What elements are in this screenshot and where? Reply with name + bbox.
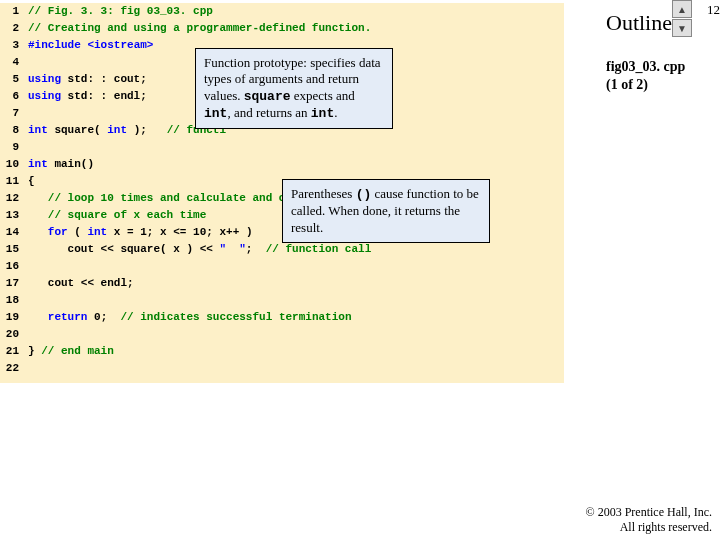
callout-text: int [204,106,227,121]
page-number: 12 [707,2,720,18]
line-number: 20 [0,326,22,343]
line-number: 18 [0,292,22,309]
code-text: return [28,311,87,323]
figure-title: fig03_03. cpp (1 of 2) [606,58,685,94]
line-number: 8 [0,122,22,139]
code-text: #include [28,39,87,51]
code-text: 0 [94,311,101,323]
callout-text: Parentheses [291,186,356,201]
code-text: int [107,124,127,136]
code-text: cout << square( x ) << [28,243,219,255]
line-number: 12 [0,190,22,207]
nav-buttons: ▲ ▼ [672,0,692,38]
code-text: using [28,90,68,102]
code-text: std: : cout; [68,73,147,85]
code-text: <iostream> [87,39,153,51]
line-number: 15 [0,241,22,258]
nav-down-button[interactable]: ▼ [672,19,692,37]
slide: 1 2 3 4 5 6 7 8 9 10 11 12 13 14 15 16 1… [0,0,720,540]
code-text: // end main [41,345,114,357]
line-number: 10 [0,156,22,173]
nav-up-button[interactable]: ▲ [672,0,692,18]
code-text: } [28,345,41,357]
code-text: 1 [140,226,147,238]
callout-text: . [334,105,337,120]
code-text: ( [68,226,88,238]
line-number: 16 [0,258,22,275]
callout-text: , and returns an [227,105,310,120]
code-text: 10 [193,226,206,238]
line-number: 2 [0,20,22,37]
line-number: 9 [0,139,22,156]
line-number: 4 [0,54,22,71]
triangle-up-icon: ▲ [677,4,687,15]
code-text: // square of x each time [28,209,206,221]
line-number: 7 [0,105,22,122]
code-text: ; x++ ) [206,226,252,238]
code-text: square( [48,124,107,136]
line-number: 1 [0,3,22,20]
code-text: main() [48,158,94,170]
line-number-gutter: 1 2 3 4 5 6 7 8 9 10 11 12 13 14 15 16 1… [0,3,22,377]
callout-text: expects and [291,88,355,103]
line-number: 14 [0,224,22,241]
code-text: using [28,73,68,85]
code-text: // Creating and using a programmer-defin… [28,22,371,34]
triangle-down-icon: ▼ [677,23,687,34]
code-text: int [28,124,48,136]
copyright-text: © 2003 Prentice Hall, Inc. All rights re… [586,505,712,534]
code-text: // Fig. 3. 3: fig 03_03. cpp [28,5,213,17]
outline-title: Outline [606,10,672,36]
code-text: " " [219,243,245,255]
callout-text: int [311,106,334,121]
code-text: { [28,175,35,187]
code-text: // indicates successful termination [120,311,351,323]
line-number: 3 [0,37,22,54]
code-text: ; [246,243,266,255]
code-block: 1 2 3 4 5 6 7 8 9 10 11 12 13 14 15 16 1… [0,3,564,383]
code-text: cout << endl; [28,277,134,289]
code-text: ; x <= [147,226,193,238]
code-text: int [87,226,107,238]
code-text: // loop 10 times and calculate and ou [28,192,292,204]
code-text: ); [127,124,167,136]
line-number: 21 [0,343,22,360]
line-number: 22 [0,360,22,377]
code-text: ; [101,311,121,323]
code-text: x = [107,226,140,238]
line-number: 5 [0,71,22,88]
code-text: int [28,158,48,170]
line-number: 6 [0,88,22,105]
callout-parentheses: Parentheses () cause function to be call… [282,179,490,243]
line-number: 19 [0,309,22,326]
code-text: // function call [266,243,372,255]
code-text: for [28,226,68,238]
callout-prototype: Function prototype: specifies data types… [195,48,393,129]
line-number: 11 [0,173,22,190]
code-text: std: : endl; [68,90,147,102]
line-number: 13 [0,207,22,224]
callout-text: square [244,89,291,104]
callout-text: () [356,187,372,202]
line-number: 17 [0,275,22,292]
